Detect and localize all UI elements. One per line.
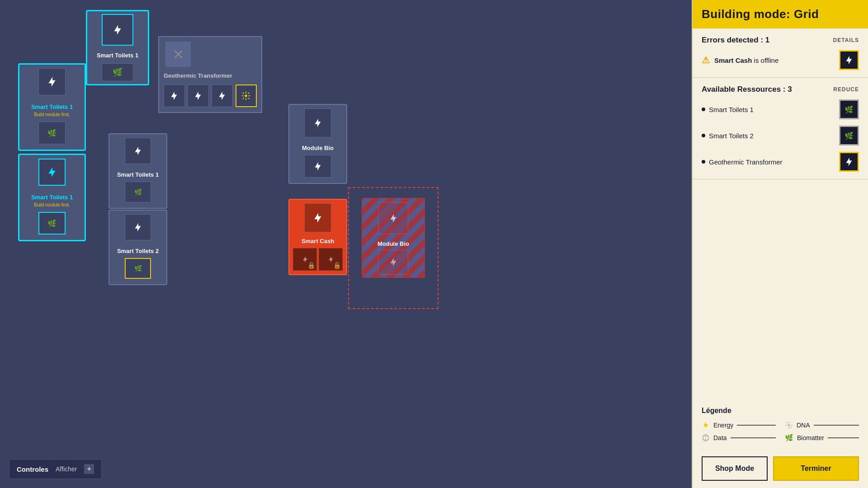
- sidebar-title: Building mode: Grid: [702, 7, 859, 21]
- svg-line-10: [248, 98, 250, 99]
- legend-grid: Energy DNA Data 🌿 Biomatter: [702, 421, 859, 442]
- controls-bar: Controles Afficher +: [9, 459, 102, 479]
- resource-icon-0[interactable]: 🌿: [839, 99, 859, 119]
- module-smart-toilets-1a[interactable]: Smart Toilets 1 🌿: [86, 10, 149, 85]
- module-smart-toilets-1d[interactable]: Smart Toilets 1 🌿: [108, 133, 167, 209]
- resource-item-0: Smart Toilets 1 🌿: [702, 99, 859, 119]
- bullet-1: [702, 134, 705, 137]
- sidebar-footer: Shop Mode Terminer: [693, 449, 868, 488]
- legend-biomatter-label: Biomatter: [797, 434, 824, 441]
- svg-marker-26: [703, 422, 708, 429]
- resource-icon-2[interactable]: [839, 152, 859, 172]
- svg-marker-22: [391, 214, 396, 222]
- svg-line-9: [243, 93, 244, 94]
- svg-line-30: [786, 422, 787, 423]
- svg-marker-4: [195, 92, 201, 100]
- svg-marker-15: [135, 147, 141, 155]
- warning-icon: ⚠: [702, 55, 710, 66]
- resource-name-0: Smart Toilets 1: [709, 106, 754, 113]
- controls-plus-btn[interactable]: +: [84, 464, 94, 474]
- sidebar-header: Building mode: Grid: [693, 0, 868, 28]
- svg-point-6: [245, 94, 248, 97]
- bullet-2: [702, 160, 705, 164]
- svg-marker-21: [329, 256, 333, 262]
- geo-title: Geothermic Transformer: [159, 70, 261, 82]
- resources-count: Available Ressources : 3: [702, 85, 792, 94]
- svg-marker-17: [315, 119, 321, 127]
- svg-line-31: [791, 427, 792, 428]
- resource-icon-1[interactable]: 🌿: [839, 126, 859, 145]
- terminer-btn[interactable]: Terminer: [773, 456, 859, 481]
- legend-energy-label: Energy: [713, 422, 733, 429]
- reduce-btn[interactable]: REDUCE: [833, 86, 859, 93]
- svg-marker-16: [135, 223, 141, 231]
- svg-marker-25: [846, 158, 852, 166]
- legend-data: Data: [702, 434, 776, 442]
- resource-name-1: Smart Toilets 2: [709, 132, 754, 140]
- errors-section: Errors detected : 1 DETAILS ⚠ Smart Cash…: [693, 28, 868, 78]
- module-smart-toilets-2[interactable]: Smart Toilets 2 🌿: [108, 210, 167, 285]
- svg-marker-19: [314, 213, 321, 223]
- svg-marker-1: [48, 77, 55, 87]
- module-title-1c: Smart Toilets 1: [19, 192, 85, 202]
- module-title-cash: Smart Cash: [289, 236, 346, 246]
- svg-marker-23: [391, 258, 396, 266]
- legend-dna-label: DNA: [797, 422, 810, 429]
- module-smart-toilets-1b[interactable]: Smart Toilets 1 Build module first. 🌿: [18, 63, 86, 151]
- resource-item-1: Smart Toilets 2 🌿: [702, 126, 859, 145]
- svg-point-27: [788, 424, 790, 427]
- error-text: Smart Cash is offline: [714, 56, 835, 64]
- svg-marker-20: [303, 256, 307, 262]
- module-smart-cash[interactable]: Smart Cash 🔒 🔒: [288, 199, 347, 275]
- svg-line-13: [243, 98, 244, 99]
- module-smart-toilets-1c[interactable]: Smart Toilets 1 Build module first. 🌿: [18, 154, 86, 241]
- resource-list: Smart Toilets 1 🌿 Smart Toilets 2 🌿: [702, 99, 859, 172]
- legend-dna: DNA: [785, 421, 859, 429]
- legend-section: Légende Energy DNA Data 🌿 Biomatter: [693, 399, 868, 449]
- sidebar-spacer: [693, 179, 868, 399]
- svg-line-14: [248, 93, 250, 94]
- module-subtitle-1c: Build module first.: [19, 202, 85, 209]
- legend-data-label: Data: [713, 434, 727, 441]
- module-title-1a: Smart Toilets 1: [87, 50, 148, 61]
- bullet-0: [702, 108, 705, 111]
- legend-energy: Energy: [702, 421, 776, 429]
- resource-item-2: Geothermic Transformer: [702, 152, 859, 172]
- resources-section: Available Ressources : 3 REDUCE Smart To…: [693, 78, 868, 179]
- svg-marker-5: [219, 92, 225, 100]
- svg-marker-24: [846, 56, 852, 64]
- module-title-bio2: Module Bio: [363, 239, 424, 248]
- resource-name-2: Geothermic Transformer: [709, 158, 783, 166]
- module-bio-1[interactable]: Module Bio: [288, 104, 347, 184]
- module-bio-2[interactable]: Module Bio: [362, 198, 425, 278]
- svg-marker-2: [48, 167, 55, 177]
- module-geothermic[interactable]: ✕ Geothermic Transformer: [158, 36, 262, 113]
- module-title-1b: Smart Toilets 1: [19, 102, 85, 112]
- legend-biomatter: 🌿 Biomatter: [785, 434, 859, 442]
- error-item: ⚠ Smart Cash is offline: [702, 50, 859, 70]
- legend-title: Légende: [702, 407, 859, 415]
- error-icon-btn[interactable]: [839, 50, 859, 70]
- shop-mode-btn[interactable]: Shop Mode: [702, 456, 768, 481]
- controls-afficher[interactable]: Afficher: [56, 465, 77, 473]
- module-title-1d: Smart Toilets 1: [109, 169, 166, 180]
- module-subtitle-1b: Build module first.: [19, 112, 85, 119]
- svg-marker-18: [315, 162, 321, 170]
- svg-marker-3: [171, 92, 177, 100]
- svg-marker-0: [114, 25, 121, 35]
- details-btn[interactable]: DETAILS: [833, 37, 859, 43]
- module-title-bio1: Module Bio: [289, 143, 346, 153]
- module-title-st2: Smart Toilets 2: [109, 246, 166, 256]
- controls-label: Controles: [17, 465, 48, 473]
- canvas-area: Smart Toilets 1 🌿 Smart Toilets 1 Build …: [0, 0, 692, 488]
- sidebar: Building mode: Grid Errors detected : 1 …: [692, 0, 868, 488]
- errors-count: Errors detected : 1: [702, 36, 769, 45]
